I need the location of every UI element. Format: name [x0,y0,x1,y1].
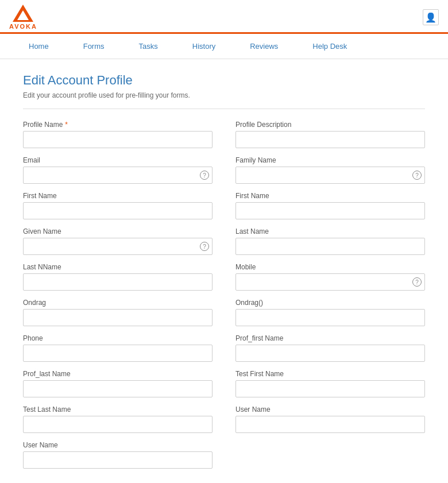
input-phone[interactable] [23,345,213,362]
user-avatar[interactable]: 👤 [423,9,439,25]
form-group-test-last-name: Test Last Name [23,405,213,433]
form-group-phone: Phone [23,334,213,362]
input-prof-last-name[interactable] [23,380,213,397]
logo-text: AVOKA [9,23,37,30]
mobile-help-icon[interactable]: ? [412,277,422,287]
form-group-ondrag-right: Ondrag() [235,299,425,326]
input-last-name-right[interactable] [235,238,425,255]
form-group-mobile: Mobile ? [235,263,425,291]
label-given-name: Given Name [23,227,213,235]
input-profile-name[interactable] [23,131,213,148]
form-left-column: Profile Name * Email ? First Name [23,121,213,477]
header: AVOKA 👤 [0,0,448,34]
label-family-name: Family Name [235,156,425,164]
user-icon: 👤 [425,12,437,23]
label-first-name-right: First Name [235,192,425,200]
label-test-first-name: Test First Name [235,370,425,378]
label-last-nname: Last NName [23,263,213,271]
label-profile-description: Profile Description [235,121,425,129]
label-user-name-right: User Name [235,405,425,414]
input-profile-description[interactable] [235,131,425,148]
form-group-ondrag-left: Ondrag [23,299,213,326]
form-group-last-nname: Last NName [23,263,213,291]
input-first-name-left[interactable] [23,202,213,219]
form-group-user-name-left: User Name [23,441,213,469]
label-first-name-left: First Name [23,192,213,200]
form-group-user-name-right: User Name [235,405,425,433]
label-prof-first-name: Prof_first Name [235,334,425,342]
input-prof-first-name[interactable] [235,345,425,362]
edit-profile-form: Profile Name * Email ? First Name [23,121,425,483]
nav-reviews[interactable]: Reviews [233,34,295,59]
label-test-last-name: Test Last Name [23,405,213,414]
email-help-icon[interactable]: ? [200,171,209,180]
label-mobile: Mobile [235,263,425,271]
input-test-first-name[interactable] [235,380,425,397]
family-name-help-icon[interactable]: ? [412,171,422,180]
main-nav: Home Forms Tasks History Reviews Help De… [0,34,448,59]
form-grid: Profile Name * Email ? First Name [23,121,425,477]
input-mobile[interactable] [235,273,425,291]
form-group-email: Email ? [23,156,213,184]
page-title: Edit Account Profile [23,73,425,88]
nav-history[interactable]: History [175,34,233,59]
family-name-input-wrapper: ? [235,167,425,184]
given-name-input-wrapper: ? [23,238,213,255]
label-prof-last-name: Prof_last Name [23,370,213,378]
logo-icon [13,5,33,22]
input-user-name-right[interactable] [235,416,425,433]
form-group-prof-first-name: Prof_first Name [235,334,425,362]
label-ondrag-left: Ondrag [23,299,213,307]
logo: AVOKA [9,5,37,30]
form-group-last-name-right: Last Name [235,227,425,255]
input-family-name[interactable] [235,167,425,184]
input-last-nname[interactable] [23,273,213,291]
mobile-input-wrapper: ? [235,273,425,291]
form-group-first-name-left: First Name [23,192,213,219]
input-email[interactable] [23,167,213,184]
nav-forms[interactable]: Forms [66,34,122,59]
page-subtitle: Edit your account profile used for pre-f… [23,91,425,99]
input-given-name[interactable] [23,238,213,255]
label-ondrag-right: Ondrag() [235,299,425,307]
label-phone: Phone [23,334,213,342]
input-test-last-name[interactable] [23,416,213,433]
label-last-name-right: Last Name [235,227,425,235]
main-content: Edit Account Profile Edit your account p… [0,59,448,483]
given-name-help-icon[interactable]: ? [200,242,209,251]
form-group-test-first-name: Test First Name [235,370,425,397]
label-user-name-left: User Name [23,441,213,449]
nav-helpdesk[interactable]: Help Desk [295,34,364,59]
label-email: Email [23,156,213,164]
input-first-name-right[interactable] [235,202,425,219]
input-user-name-left[interactable] [23,451,213,469]
required-marker: * [65,121,68,129]
form-group-given-name: Given Name ? [23,227,213,255]
input-ondrag-right[interactable] [235,309,425,326]
nav-home[interactable]: Home [11,34,66,59]
divider [23,109,425,109]
form-right-column: Profile Description Family Name ? First … [235,121,425,477]
form-group-family-name: Family Name ? [235,156,425,184]
form-group-prof-last-name: Prof_last Name [23,370,213,397]
input-ondrag-left[interactable] [23,309,213,326]
nav-tasks[interactable]: Tasks [122,34,175,59]
form-group-profile-description: Profile Description [235,121,425,148]
form-group-first-name-right: First Name [235,192,425,219]
email-input-wrapper: ? [23,167,213,184]
label-profile-name: Profile Name * [23,121,213,129]
form-group-profile-name: Profile Name * [23,121,213,148]
